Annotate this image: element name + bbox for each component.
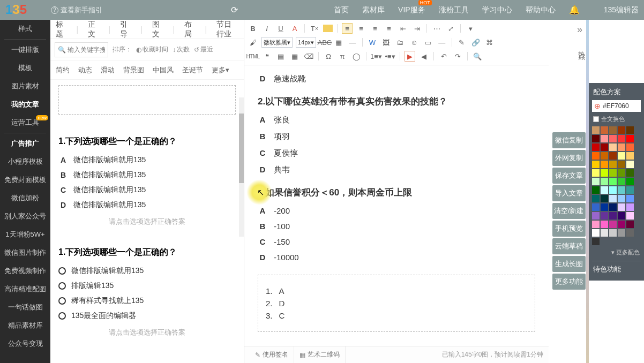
indent-left-button[interactable]: ⇤ [398,23,408,34]
eyedropper-button[interactable]: ✎ [456,37,467,48]
unordered-list-button[interactable]: •≡▾ [385,51,395,62]
replace-all-row[interactable]: 全文换色 [592,114,641,126]
color-swatch[interactable] [626,143,634,151]
image-button[interactable]: 🖼 [381,37,392,48]
side-others-wechat[interactable]: 别人家公众号 [0,207,50,225]
save-article-button[interactable]: 保存文章 [552,168,586,184]
filter-simple[interactable]: 简约 [56,65,70,75]
color-swatch[interactable] [609,195,617,202]
color-swatch[interactable] [618,135,625,142]
quote-button[interactable]: ❝ [261,51,272,62]
q2-opt-3[interactable]: 稀有样式寻找就上135 [58,293,236,308]
more-1-button[interactable]: ⋯ [431,23,442,34]
play-button[interactable]: ▶ [405,51,415,62]
color-swatch[interactable] [618,229,625,237]
font-color-button[interactable]: A [289,23,300,34]
special-features-label[interactable]: 特色功能 [592,261,641,275]
filter-xmas[interactable]: 圣诞节 [182,65,203,75]
color-swatch[interactable] [601,221,608,228]
tab-title[interactable]: 标题 [56,20,66,39]
color-swatch[interactable] [592,178,600,185]
color-swatch[interactable] [609,221,617,228]
nav-help[interactable]: 帮助中心 [526,5,556,15]
html-source-button[interactable]: HTML [248,51,258,62]
color-swatch[interactable] [592,229,600,237]
side-hd-img[interactable]: 高清精准配图 [0,280,50,298]
q1-opt-a[interactable]: A微信排版编辑就用135 [58,153,236,168]
q1-opt-d[interactable]: D微信排版编辑就用135 [58,198,236,213]
color-swatch[interactable] [601,135,608,142]
underline-button[interactable]: U [275,23,286,34]
filter-chinese[interactable]: 中国风 [153,65,174,75]
filter-slide[interactable]: 滑动 [101,65,115,75]
search-text-button[interactable]: 🔍 [472,51,483,62]
color-swatch[interactable] [592,203,600,211]
color-swatch[interactable] [626,169,634,177]
nav-vip[interactable]: VIP服务HOT [398,5,425,15]
color-swatch[interactable] [626,186,634,194]
color-swatch[interactable] [618,195,625,202]
table-button[interactable]: ▦ [333,37,344,48]
template-list[interactable]: 1.下列选项哪些一个是正确的？ A微信排版编辑就用135 B微信排版编辑就用13… [50,80,244,363]
search-icon[interactable]: 🔍 [58,46,66,54]
qrcode-tab[interactable]: ▦艺术二维码 [294,346,346,364]
bell-icon[interactable]: 🔔 [569,5,580,15]
signature-tab[interactable]: ✎使用签名 [250,346,294,364]
color-swatch[interactable] [592,135,600,142]
color-swatch[interactable] [626,203,634,211]
question-block-2[interactable]: 1.下列选项哪些一个是正确的？ 微信排版编辑就用135 排版编辑135 稀有样式… [58,247,236,347]
color-swatch[interactable] [609,161,617,168]
side-templates[interactable]: 模板 [0,59,50,77]
align-center-button[interactable]: ≡ [356,23,366,34]
color-swatch[interactable] [618,186,625,194]
side-monetize[interactable]: 公众号变现 [0,335,50,353]
editor-content[interactable]: D急速战靴 2.以下哪位英雄没有带有真实伤害效果的技能？ A张良 B项羽 C夏侯… [244,65,549,354]
side-cover[interactable]: 免费封面模板 [0,171,50,189]
color-swatch[interactable] [618,169,625,177]
side-ops-tools[interactable]: 运营工具new [0,114,50,132]
side-images[interactable]: 图片素材 [0,77,50,95]
color-swatch[interactable] [609,186,617,194]
empty-dashed-box[interactable] [58,85,236,115]
bold-button[interactable]: B [248,23,258,34]
filter-more[interactable]: 更多▾ [212,65,229,75]
side-my-articles[interactable]: 我的文章 [0,95,50,114]
code-button[interactable]: ⌘ [484,37,495,48]
q2-opt-1[interactable]: 微信排版编辑就用135 [58,263,236,278]
font-family-select[interactable]: 微软雅黑 ▾ [261,37,293,48]
color-swatch[interactable] [592,186,600,194]
nav-home[interactable]: 首页 [334,5,349,15]
grid-button[interactable]: ▦ [289,51,300,62]
word-button[interactable]: W [367,37,378,48]
gallery-button[interactable]: 🗂 [395,37,406,48]
align-left-button[interactable]: ≡ [342,23,353,34]
redo-button[interactable]: ↷ [452,51,463,62]
color-swatch[interactable] [601,229,608,237]
search-input[interactable] [68,46,105,54]
font-format-button[interactable]: T× [309,23,320,34]
nav-learn[interactable]: 学习中心 [482,5,512,15]
color-swatch[interactable] [618,161,625,168]
color-swatch[interactable] [601,195,608,202]
external-copy-button[interactable]: 外网复制 [552,150,586,166]
color-swatch[interactable] [618,178,625,185]
q1-opt-b[interactable]: B微信排版编辑就用135 [58,168,236,183]
color-swatch[interactable] [601,161,608,168]
color-swatch[interactable] [626,161,634,168]
color-swatch[interactable] [601,126,608,134]
color-swatch[interactable] [592,152,600,160]
side-one-sentence[interactable]: 一句话做图 [0,298,50,316]
color-swatch[interactable] [609,212,617,220]
nav-materials[interactable]: 素材库 [362,5,385,15]
color-swatch[interactable] [601,212,608,220]
circle-button[interactable]: ◯ [351,51,362,62]
color-swatch[interactable] [601,143,608,151]
logo[interactable]: 135 [5,2,43,18]
prev-button[interactable]: ◀ [418,51,429,62]
color-swatch[interactable] [592,212,600,220]
side-wechat-img[interactable]: 微信图片制作 [0,244,50,262]
dropdown-button[interactable]: ▾ [465,23,476,34]
link-button[interactable]: 🔗 [470,37,481,48]
emoji-button[interactable]: ☺ [409,37,420,48]
minus-button[interactable]: — [437,37,447,48]
